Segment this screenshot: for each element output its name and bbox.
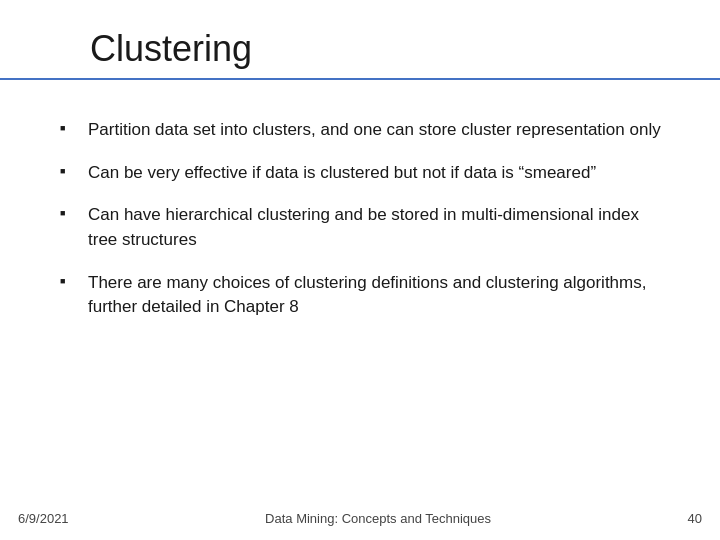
bullet-text-1: Partition data set into clusters, and on… [88,118,665,143]
footer-page-number: 40 [688,511,702,526]
footer: 6/9/2021 Data Mining: Concepts and Techn… [0,511,720,526]
bullet-item-3: Can have hierarchical clustering and be … [60,203,665,252]
bullet-text-2: Can be very effective if data is cluster… [88,161,665,186]
footer-center-text: Data Mining: Concepts and Techniques [69,511,688,526]
bullet-item-1: Partition data set into clusters, and on… [60,118,665,143]
bullet-dot-2 [60,161,88,176]
title-area: Clustering [0,0,720,80]
bullet-dot-4 [60,271,88,286]
content-area: Partition data set into clusters, and on… [0,80,720,320]
footer-date: 6/9/2021 [18,511,69,526]
bullet-dot-3 [60,203,88,218]
bullet-dot-1 [60,118,88,133]
bullet-text-3: Can have hierarchical clustering and be … [88,203,665,252]
bullet-item-2: Can be very effective if data is cluster… [60,161,665,186]
slide: Clustering Partition data set into clust… [0,0,720,540]
bullet-text-4: There are many choices of clustering def… [88,271,665,320]
slide-title: Clustering [90,28,660,70]
bullet-item-4: There are many choices of clustering def… [60,271,665,320]
